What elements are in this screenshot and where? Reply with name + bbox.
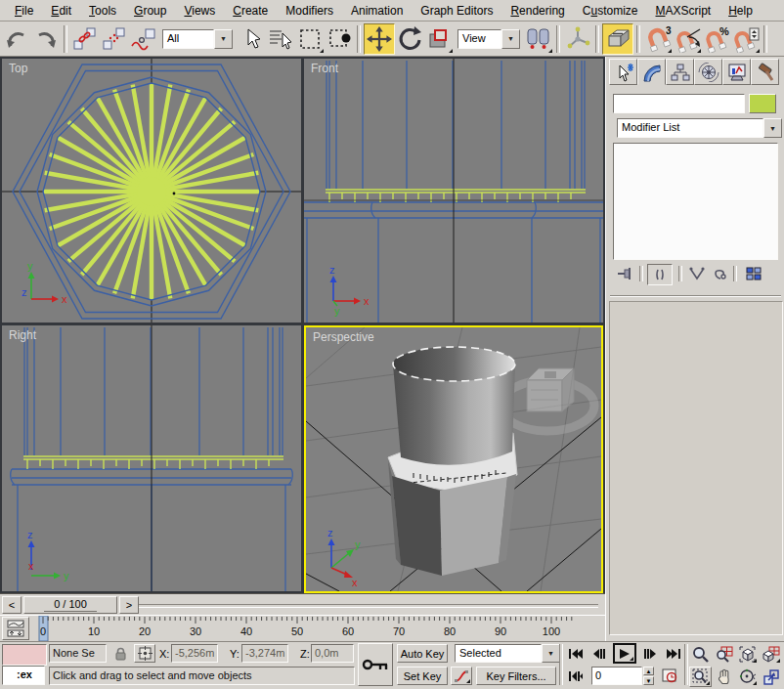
modifier-list-arrow[interactable]: ▼ [763,118,782,138]
menu-tools[interactable]: Tools [80,1,125,21]
viewport-front[interactable]: z x y Front [304,59,603,323]
key-mode-toggle-button[interactable] [565,667,587,685]
next-frame-button[interactable] [639,644,661,663]
object-color-swatch[interactable] [749,94,776,113]
menu-file[interactable]: File [6,1,42,21]
viewport-label-perspective[interactable]: Perspective [313,330,374,344]
spinner-down-icon[interactable]: ▼ [643,676,654,685]
select-and-rotate-button[interactable] [395,24,424,54]
arc-rotate-button[interactable] [736,667,759,687]
menu-modifiers[interactable]: Modifiers [277,1,342,21]
reference-coord-arrow[interactable]: ▼ [501,29,520,49]
selection-filter-dropdown[interactable]: All ▼ [162,29,233,49]
tab-hierarchy[interactable] [666,59,694,85]
min-max-toggle-button[interactable] [760,667,782,687]
select-by-name-button[interactable] [266,24,295,54]
unlink-selection-button[interactable] [100,24,129,54]
menu-edit[interactable]: Edit [42,1,80,21]
auto-key-button[interactable]: Auto Key [397,644,448,663]
tab-utilities[interactable] [751,59,779,85]
time-prev-frame-button[interactable]: < [2,596,22,614]
selection-filter-arrow[interactable]: ▼ [214,29,233,49]
tab-display[interactable] [722,59,751,85]
menu-help[interactable]: Help [719,1,762,21]
viewport-top[interactable]: y x z Top [2,59,301,323]
menu-maxscript[interactable]: MAXScript [647,1,720,21]
select-object-button[interactable] [237,24,266,54]
pin-stack-button[interactable] [614,264,635,283]
percent-snap-toggle-button[interactable]: % [702,24,731,54]
go-to-start-button[interactable] [565,644,587,663]
viewport-perspective[interactable]: z y x Perspective [304,325,603,593]
zoom-button[interactable] [689,644,712,665]
make-unique-button[interactable] [686,264,708,283]
y-coord-field[interactable]: -3,274m [241,644,288,663]
zoom-extents-all-button[interactable] [760,644,782,665]
menu-customize[interactable]: Customize [574,1,647,21]
set-keys-button[interactable] [358,643,393,686]
rectangular-selection-region-button[interactable] [295,24,325,54]
open-mini-curve-editor-button[interactable] [2,617,29,640]
region-zoom-button[interactable] [689,667,712,687]
go-to-end-button[interactable] [663,644,684,663]
default-tangent-button[interactable] [451,667,472,685]
rollout-area[interactable] [609,301,783,635]
selection-set-dropdown[interactable]: Selected ▼ [455,644,560,663]
menu-rendering[interactable]: Rendering [501,1,573,21]
absolute-mode-transform-button[interactable] [134,644,155,663]
menu-graph-editors[interactable]: Graph Editors [412,1,501,21]
use-pivot-center-button[interactable] [524,24,553,54]
time-slider-handle[interactable]: 0 / 100 [23,596,117,614]
viewport-label-front[interactable]: Front [311,62,338,75]
keyboard-override-toggle-button[interactable] [602,23,633,55]
set-key-button[interactable]: Set Key [397,667,448,685]
select-and-manipulate-button[interactable] [563,24,592,54]
menu-group[interactable]: Group [125,1,175,21]
zoom-extents-button[interactable] [736,644,759,665]
x-coord-field[interactable]: -5,256m [171,644,218,663]
reference-coord-dropdown[interactable]: View ▼ [457,29,520,49]
configure-modifier-sets-button[interactable] [743,264,764,283]
play-animation-button[interactable] [613,643,636,664]
viewport-right[interactable]: z y x Right [2,325,301,591]
tab-motion[interactable] [694,59,722,85]
viewport-label-top[interactable]: Top [9,62,27,75]
time-next-frame-button[interactable]: > [119,596,139,614]
bind-to-spacewarp-button[interactable] [129,24,158,54]
window-crossing-toggle-button[interactable] [325,24,354,54]
modifier-stack-list[interactable] [613,143,778,260]
zoom-all-button[interactable] [713,644,735,665]
frame-spinner[interactable]: ▲ ▼ [643,667,654,685]
viewport-label-right[interactable]: Right [9,328,36,342]
snaps-toggle-3d-button[interactable]: 3 [643,24,673,54]
track-bar-ruler[interactable]: 0102030405060708090100 [31,616,604,641]
current-frame-field[interactable]: 0 [591,667,642,685]
previous-frame-button[interactable] [588,644,610,663]
spinner-up-icon[interactable]: ▲ [643,667,654,675]
macro-recorder-pane[interactable] [2,644,47,666]
angle-snap-toggle-button[interactable] [673,24,702,54]
object-name-field[interactable] [613,94,745,113]
select-and-link-button[interactable] [70,24,100,54]
cylinder-object[interactable] [393,347,515,465]
redo-button[interactable] [31,24,61,54]
menu-create[interactable]: Create [224,1,277,21]
menu-animation[interactable]: Animation [342,1,412,21]
selection-set-arrow[interactable]: ▼ [542,644,560,663]
time-slider-channel[interactable] [137,604,598,608]
menu-views[interactable]: Views [175,1,224,21]
key-filters-button[interactable]: Key Filters... [476,667,556,685]
select-and-scale-button[interactable] [424,24,454,54]
modifier-list-dropdown[interactable]: Modifier List ▼ [617,118,782,138]
maxscript-mini-listener[interactable]: :ex [2,666,45,685]
select-and-move-button[interactable] [364,23,395,55]
pan-button[interactable] [713,667,735,687]
remove-modifier-button[interactable] [710,264,731,283]
undo-button[interactable] [2,24,31,54]
spinner-snap-toggle-button[interactable] [731,24,761,54]
tab-create[interactable] [609,59,637,85]
selection-lock-toggle[interactable] [110,644,130,663]
time-configuration-button[interactable] [659,667,680,685]
show-end-result-button[interactable] [647,264,673,285]
tab-modify[interactable] [637,59,666,85]
